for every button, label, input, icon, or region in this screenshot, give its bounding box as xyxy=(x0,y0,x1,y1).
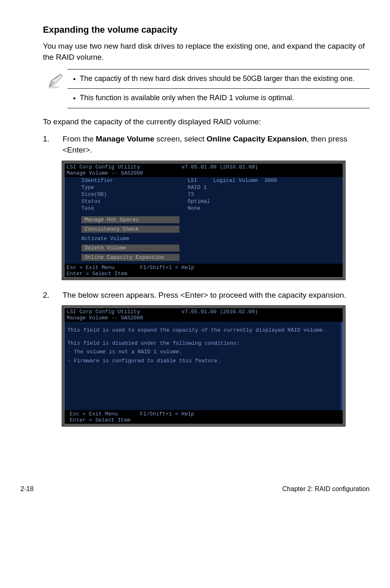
kv-key: Type xyxy=(81,184,188,191)
kv-value: RAID 1 xyxy=(188,184,207,191)
terminal-subtitle: Manage Volume -- SAS2008 xyxy=(67,315,143,321)
terminal-screenshot-2: LSI Corp Config Utility v7.05.01.00 (201… xyxy=(63,306,345,426)
page: Expanding the volume capacity You may us… xyxy=(0,0,390,453)
terminal-paragraph: - Firmware is configured to diable this … xyxy=(64,357,341,366)
step-number: 2. xyxy=(43,290,63,301)
note-icon-col xyxy=(43,69,67,90)
kv-key: Status xyxy=(81,198,188,204)
terminal-title-left: LSI Corp Config Utility xyxy=(67,164,140,170)
bullet-dot: • xyxy=(69,93,80,103)
spacer xyxy=(64,365,341,410)
note-text: The capactiy of th new hard disk drives … xyxy=(80,74,368,83)
section-heading: Expanding the volume capacity xyxy=(43,25,370,35)
chapter-label: Chapter 2: RAID configuration xyxy=(282,485,370,493)
step-text: screen, select xyxy=(155,135,207,143)
terminal-footer: Esc = Exit Menu F1/Shift+1 = Help Enter … xyxy=(64,410,343,424)
kv-value: 73 xyxy=(188,191,194,197)
step-body: The below screen appears. Press <Enter> … xyxy=(63,290,370,301)
terminal-kv-row: TypeRAID 1 xyxy=(64,184,343,191)
step-bold: Online Capacity Expansion xyxy=(206,135,307,143)
terminal-title-right: v7.05.01.00 (2010.02.09) xyxy=(182,309,258,315)
note-block: • The capactiy of th new hard disk drive… xyxy=(43,69,370,108)
spacer xyxy=(64,212,343,215)
spacer xyxy=(64,322,341,326)
step-number: 1. xyxy=(43,134,63,155)
intro-paragraph: You may use two new hard disk drives to … xyxy=(43,41,370,63)
terminal-kv-row: StatusOptimal xyxy=(64,198,343,205)
terminal-title-left: LSI Corp Config Utility xyxy=(67,309,140,315)
terminal-kv-row: TaskNone xyxy=(64,205,343,212)
terminal-footer-line: Enter = Select Item xyxy=(67,417,130,423)
spacer xyxy=(64,335,341,339)
kv-value: Optimal xyxy=(188,198,210,204)
lead-paragraph: To expand the capacity of the currently … xyxy=(43,117,370,128)
note-item: • This function is available only when t… xyxy=(67,88,370,108)
page-footer: 2-18 Chapter 2: RAID configuration xyxy=(20,485,370,493)
terminal-titlebar: LSI Corp Config Utility v7.05.01.00 (201… xyxy=(64,163,343,177)
terminal-kv-row: IdentifierLSI Logical Volume 3000 xyxy=(64,177,343,184)
terminal-paragraph: - The volume is not a RAID 1 volume. xyxy=(64,348,341,357)
kv-key: Identifier xyxy=(81,177,188,184)
terminal-paragraph: This field is used to expand the capacit… xyxy=(64,326,341,335)
bullet-dot: • xyxy=(69,74,80,84)
step-2: 2. The below screen appears. Press <Ente… xyxy=(43,290,370,301)
terminal-body: This field is used to expand the capacit… xyxy=(64,322,343,410)
menu-item-delete-volume: Delete Volume xyxy=(81,245,179,251)
step-list: 1. From the Manage Volume screen, select… xyxy=(43,134,370,155)
terminal-footer: Esc = Exit Menu F1/Shift+1 = Help Enter … xyxy=(64,264,343,278)
kv-key: Task xyxy=(81,205,188,211)
terminal-body: IdentifierLSI Logical Volume 3000 TypeRA… xyxy=(64,177,343,264)
terminal-footer-line: Enter = Select Item xyxy=(67,271,127,277)
terminal-subtitle: Manage Volume -- SAS2008 xyxy=(67,170,143,176)
terminal-paragraph: This field is disabled under the followi… xyxy=(64,339,341,348)
step-body: From the Manage Volume screen, select On… xyxy=(63,134,370,155)
menu-item-hot-spares: Manage Hot Spares xyxy=(81,216,179,223)
note-list: • The capactiy of th new hard disk drive… xyxy=(67,69,370,108)
terminal-title-right: v7.05.01.00 (2010.02.09) xyxy=(182,164,258,170)
kv-value: LSI Logical Volume 3000 xyxy=(188,177,277,184)
step-text: From the xyxy=(63,135,96,143)
menu-item-consistency-check: Consistency Check xyxy=(81,226,179,233)
note-text: This function is available only when the… xyxy=(80,93,368,103)
menu-item-online-capacity-expansion: Online Capacity Expansion xyxy=(81,254,179,261)
terminal-footer-line: Esc = Exit Menu F1/Shift+1 = Help xyxy=(67,411,194,417)
menu-item-activate-volume: Activate Volume xyxy=(81,235,132,242)
pencil-icon xyxy=(46,72,64,90)
step-bold: Manage Volume xyxy=(96,135,154,143)
step-list: 2. The below screen appears. Press <Ente… xyxy=(43,290,370,301)
kv-key: Size(GB) xyxy=(81,191,188,197)
terminal-titlebar: LSI Corp Config Utility v7.05.01.00 (201… xyxy=(64,308,343,322)
page-number: 2-18 xyxy=(20,485,34,493)
terminal-screenshot-1: LSI Corp Config Utility v7.05.01.00 (201… xyxy=(63,162,345,279)
terminal-footer-line: Esc = Exit Menu F1/Shift+1 = Help xyxy=(67,265,194,271)
terminal-kv-row: Size(GB)73 xyxy=(64,191,343,198)
kv-value: None xyxy=(188,205,200,211)
note-item: • The capactiy of th new hard disk drive… xyxy=(67,70,370,88)
step-1: 1. From the Manage Volume screen, select… xyxy=(43,134,370,155)
